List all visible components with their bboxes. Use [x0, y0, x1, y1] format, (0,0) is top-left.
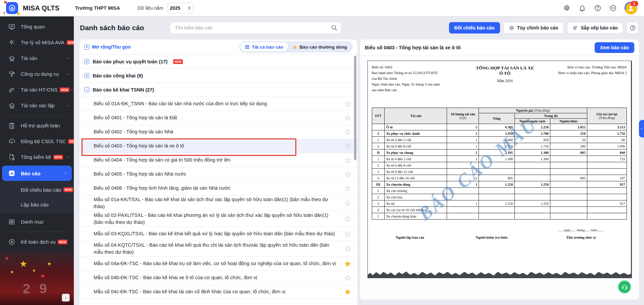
document-meta-left: Biểu số: 0403Ban hành theo Thông tư số 1… — [372, 64, 473, 93]
favorite-star-icon[interactable] — [344, 128, 351, 136]
favorite-star-filled-icon[interactable] — [344, 288, 351, 296]
report-item-mau-so-04a-dk-tsc[interactable]: Mẫu số 04a-ĐK-TSC - Báo cáo kê khai trụ … — [80, 257, 357, 271]
table-cell: 5 — [372, 213, 385, 220]
document-subtitle: Năm 2016 — [475, 79, 535, 83]
table-cell — [587, 213, 627, 220]
report-item-bieu-so-0405[interactable]: Biểu số 0405 - Tổng hợp tài sản Nhà nước — [80, 167, 357, 181]
report-group-bao-cao-phuc-vu-quyet-toan-17[interactable]: +Báo cáo phục vụ quyết toán (17)NEW — [80, 55, 357, 69]
view-report-button[interactable]: Xem báo cáo — [595, 42, 634, 53]
app-logo[interactable]: ⚑ ★ ★ — [4, 1, 19, 15]
favorite-star-icon[interactable] — [344, 185, 351, 192]
customize-reports-button[interactable]: Tùy chỉnh báo cáo — [503, 22, 564, 34]
sidebar-item-dong-bo-csdl-tsc[interactable]: Đồng bộ CSDL TSCNEW — [0, 133, 74, 149]
sidebar-item-tai-san-ht-cns[interactable]: Tài sản HT-CNSNEW — [0, 82, 74, 98]
meta-line: Biểu số: 0403 — [372, 64, 473, 70]
sidebar-item-bao-cao[interactable]: Báo cáo — [2, 166, 72, 181]
favorite-star-icon[interactable] — [344, 171, 351, 178]
signature-title: Người kiểm tra biểu — [448, 235, 535, 239]
report-group-bao-cao-cong-khai-9[interactable]: +Báo cáo công khai (9) — [80, 69, 357, 83]
settings-icon[interactable] — [563, 4, 571, 12]
sidebar-item-tro-ly-so-misa-ava[interactable]: Trợ lý số MISA AVANEW — [0, 35, 74, 50]
table-cell: 917 — [587, 200, 627, 207]
sidebar-item-cong-cu-dung-cu[interactable]: Công cụ dụng cụ — [0, 66, 74, 82]
compare-reports-button[interactable]: Đối chiếu báo cáo — [449, 22, 500, 34]
report-item-mau-so-04c-dk-tsc[interactable]: Mẫu số 04c-ĐK-TSC - Báo cáo kê khai tài … — [80, 285, 357, 299]
table-cell: Xe từ 4 đến 5 chỗ — [385, 156, 447, 162]
submenu-item-doi-chieu-bao-cao[interactable]: Đối chiếu báo cáoNEW — [0, 182, 74, 197]
expand-collapse-toggle[interactable]: + Mở rộng/Thu gọn — [84, 44, 131, 50]
divider — [5, 232, 69, 232]
table-cell: 1 — [372, 156, 385, 162]
report-item-bieu-so-0404[interactable]: Biểu số 0404 - Tổng hợp tài sản có giá t… — [80, 153, 357, 167]
sort-reports-button[interactable]: Sắp xếp báo cáo — [567, 22, 623, 34]
table-cell — [479, 213, 514, 220]
report-item-bieu-so-0402[interactable]: Biểu số 0402 - Tổng hợp tài sản Nhà — [80, 125, 357, 139]
support-chat-button[interactable] — [618, 281, 631, 293]
year-selector[interactable]: 2025 — [167, 3, 193, 13]
report-item-bieu-so-0401[interactable]: Biểu số 0401 - Tổng hợp tài sản là Đất — [80, 111, 357, 125]
favorite-star-icon[interactable] — [344, 157, 351, 164]
help-icon[interactable] — [594, 4, 602, 12]
report-table: STT Tài sản Số lượng tài sản(Cái) Nguyên… — [372, 108, 627, 220]
report-item-mau-so-04-kqtc-tsxl[interactable]: Mẫu số 04-KQTC/TSXL - Báo cáo kê khai kế… — [80, 241, 357, 257]
favorite-star-icon[interactable] — [344, 114, 351, 122]
table-cell: Xe chuyên dùng — [385, 181, 447, 188]
table-cell — [550, 162, 587, 169]
sidebar-item-ho-tro-quyet-toan[interactable]: Hỗ trợ quyết toán — [0, 118, 74, 133]
year-spinner-icon[interactable] — [188, 6, 191, 10]
sidebar-item-tai-san-xac-lap[interactable]: Tài sản xác lập — [0, 98, 74, 113]
report-item-title: Biểu số 0404 - Tổng hợp tài sản có giá t… — [94, 157, 235, 164]
more-options-icon[interactable] — [609, 4, 617, 12]
tab-favorite-reports[interactable]: ★ Báo cáo thường dùng — [288, 42, 352, 52]
notifications-bell-icon[interactable] — [578, 4, 586, 12]
favorite-star-icon[interactable] — [344, 245, 351, 252]
scrollbar-thumb[interactable] — [354, 56, 356, 160]
table-row: IIIXe chuyên dùng11.2501.250917 — [372, 181, 627, 188]
clipboard-icon — [8, 122, 15, 129]
report-item-bieu-so-0403[interactable]: Biểu số 0403 - Tổng hợp tài sản là xe ô … — [80, 139, 357, 153]
sidebar-item-danh-muc[interactable]: Danh mục — [0, 214, 74, 230]
organization-name[interactable]: Trường THPT MISA — [75, 5, 120, 11]
report-item-mau-so-02-paxl-tsxl[interactable]: Mẫu số 02-PAXL/TSXL - Báo cáo kê khai ph… — [80, 211, 357, 227]
col-header-nguon-ns: Nguồn ngân sách — [514, 119, 550, 124]
report-item-mau-so-03-kqxl-tsxl[interactable]: Mẫu số 03-KQXL/TSXL - Báo cáo kê khai kế… — [80, 227, 357, 241]
report-item-bieu-so-01a-dk-tsnn[interactable]: Biểu số 01A-ĐK_TSNN - Báo cáo tài sản nh… — [80, 97, 357, 111]
asset-icon — [8, 102, 15, 109]
favorite-star-icon[interactable] — [344, 274, 351, 282]
sidebar-collapse-button[interactable]: ‹ — [62, 294, 70, 302]
favorite-star-icon[interactable] — [344, 142, 351, 150]
favorite-star-icon[interactable] — [344, 230, 351, 238]
table-row: Ô tô56.3055.2501.0553.513 — [372, 124, 627, 130]
main-content: Danh sách báo cáo Đối chiếu báo cáo Tùy … — [74, 16, 644, 305]
report-item-title: Biểu số 0405 - Tổng hợp tài sản Nhà nước — [94, 171, 191, 178]
table-row: 1Xe từ 4 đến 5 chỗ11.3001.300733 — [372, 156, 627, 162]
collapse-panel-handle[interactable]: ‹ — [639, 120, 644, 137]
report-item-bieu-so-0406[interactable]: Biểu số 0406 - Tổng hợp tình hình tăng, … — [80, 181, 357, 195]
report-item-title: Mẫu số 04a-ĐK-TSC - Báo cáo kê khai trụ … — [94, 260, 340, 267]
help-button[interactable] — [627, 22, 639, 34]
sidebar-item-tong-quan[interactable]: Tổng quan — [0, 19, 74, 35]
submenu-item-lap-bao-cao[interactable]: Lập báo cáo — [0, 197, 74, 212]
search-icon[interactable] — [331, 24, 338, 31]
report-group-bao-cao-ke-khai-tsnn-27[interactable]: −Báo cáo kê khai TSNN (27) — [80, 83, 357, 97]
report-item-mau-so-01a-kk-tsxl[interactable]: Mẫu số 01a-KK/TSXL - Báo cáo kê khai tài… — [80, 195, 357, 211]
favorite-star-icon[interactable] — [344, 100, 351, 108]
col-header-tong: Tổng — [479, 113, 514, 124]
sidebar-item-tai-san[interactable]: Tài sản — [0, 50, 74, 66]
report-item-title: Mẫu số 02-PAXL/TSXL - Báo cáo kê khai ph… — [94, 212, 344, 226]
sidebar-item-label: Tài sản HT-CNS — [21, 87, 57, 93]
sidebar-item-label: Tài sản — [21, 55, 37, 61]
plus-square-icon: + — [84, 59, 89, 64]
favorite-star-icon[interactable] — [344, 215, 351, 223]
favorite-star-filled-icon[interactable] — [344, 260, 351, 267]
report-item-mau-so-04b-dk-tsc[interactable]: Mẫu số 04b-ĐK-TSC - Báo cáo kê khai xe ô… — [80, 271, 357, 285]
user-avatar[interactable]: 1 — [625, 2, 637, 14]
tab-all-reports[interactable]: Tất cả báo cáo — [240, 42, 288, 52]
sidebar-item-ke-toan-dich-vu[interactable]: Kế toán dịch vụNEW — [0, 234, 74, 250]
table-cell — [479, 207, 514, 213]
sidebar-item-tong-kiem-ke[interactable]: Tổng kiểm kêNEW — [0, 149, 74, 165]
meta-line: Đơn vị báo cáo: Trường Tiểu học MISA — [537, 64, 627, 70]
table-cell: Xe tải — [385, 200, 447, 207]
favorite-star-icon[interactable] — [344, 199, 351, 207]
search-input[interactable] — [170, 22, 342, 34]
